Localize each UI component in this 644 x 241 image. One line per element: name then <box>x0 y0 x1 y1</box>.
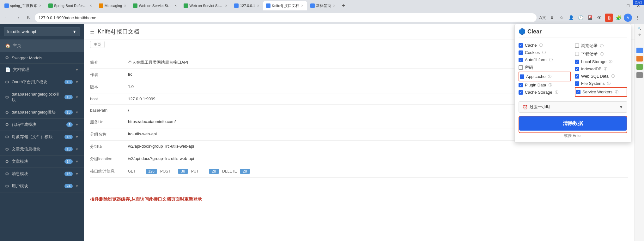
checkbox-cache[interactable]: ✓ <box>519 43 523 48</box>
right-panel-item3[interactable]: ← <box>636 39 643 44</box>
tab-knife4j[interactable]: Knife4j 接口文档 × <box>263 1 307 10</box>
sidebar-item-user[interactable]: ⚙ 用户模块 24 ▼ <box>0 180 84 192</box>
checkbox-cookies[interactable]: ✓ <box>519 50 523 55</box>
tab-spring[interactable]: spring_百度搜索 × <box>1 1 45 10</box>
sidebar-item-docs[interactable]: 📄 文档管理 ▼ <box>0 64 84 76</box>
sidebar-item-storage[interactable]: ⚙ 对象存储（文件）模块 18 ▼ <box>0 131 84 143</box>
checkbox-cachestorage[interactable]: ✓ <box>519 90 523 95</box>
eye-icon[interactable]: 👁 <box>595 14 604 22</box>
tab-label: 127.0.0.1 <box>240 4 255 8</box>
back-button[interactable]: ← <box>3 13 11 22</box>
sidebar-label-article: 文章模块 <box>12 159 62 164</box>
maximize-button[interactable]: □ <box>624 1 633 10</box>
download-icon[interactable]: ⬇ <box>548 14 556 22</box>
card-icon[interactable]: 🎴 <box>586 14 594 22</box>
clear-popup-title: 🔵 Clear <box>519 28 627 38</box>
tab-close-icon[interactable]: × <box>332 3 336 9</box>
info-label-apicounts: 接口统计信息 <box>90 168 128 174</box>
sidebar-item-swagger[interactable]: ⚙ Swagger Models <box>0 52 84 64</box>
tab-close-icon[interactable]: × <box>224 3 228 9</box>
dbloglock-icon: ⚙ <box>5 95 9 100</box>
translate-icon[interactable]: A文 <box>538 14 547 22</box>
right-panel-item1[interactable]: 🔍 <box>636 26 643 31</box>
sidebar-label-oauth: Oauth平台用户模块 <box>12 79 62 85</box>
serviceworkers-label: Service Workers <box>582 90 612 94</box>
minimize-button[interactable]: ─ <box>614 1 623 10</box>
checkbox-localstorage[interactable]: ✓ <box>575 60 579 64</box>
hamburger-icon[interactable]: ☰ <box>90 29 94 35</box>
checkbox-filesystems[interactable]: ✓ <box>575 81 579 86</box>
tab-close-icon[interactable]: × <box>39 3 42 9</box>
checkbox-websql[interactable]: ✓ <box>575 74 579 79</box>
tab-close-icon[interactable]: × <box>301 3 304 9</box>
tab-close-icon[interactable]: × <box>174 3 177 9</box>
article-meta-icon: ⚙ <box>5 147 9 152</box>
tab-springboot[interactable]: Spring Boot Reference D... × <box>45 1 96 10</box>
checkbox-plugindata[interactable]: ✓ <box>519 83 523 87</box>
api-group-select[interactable]: lrc-utils-web-api ▼ <box>4 27 80 36</box>
sidebar-item-article-meta[interactable]: ⚙ 文章元信息模块 13 ▼ <box>0 143 84 156</box>
sidebar-item-article[interactable]: ⚙ 文章模块 14 ▼ <box>0 156 84 168</box>
count-get: 126 <box>146 169 157 174</box>
sidebar-item-home[interactable]: 🏠 主页 <box>0 40 84 52</box>
tab-favicon <box>184 3 188 8</box>
checkbox-downloadhistory[interactable] <box>575 52 579 56</box>
clear-item-serviceworkers-wrapper: ✓ Service Workers ⓘ <box>575 87 627 97</box>
tab-close-icon[interactable]: × <box>123 3 127 9</box>
sidebar-label-message: 消息模块 <box>12 171 62 177</box>
indexeddb-info: ⓘ <box>604 67 607 71</box>
clear-item-appcache: ✓ App cache ⓘ <box>520 73 570 80</box>
time-select[interactable]: ⏰ 过去一小时 ▼ <box>519 101 627 113</box>
tab-newtab[interactable]: 新标签页 × <box>307 1 339 10</box>
sidebar-item-dbchange[interactable]: ⚙ databasechangelog模块 13 ▼ <box>0 106 84 119</box>
appcache-info: ⓘ <box>548 74 551 79</box>
checkbox-browsehistory[interactable] <box>575 44 579 48</box>
right-panel-item5[interactable] <box>636 56 643 62</box>
right-panel-item4[interactable] <box>636 48 643 53</box>
trash-icon[interactable]: 🗑 <box>605 14 613 22</box>
tab-close-icon[interactable]: × <box>256 3 260 9</box>
menu-dots-icon[interactable]: ⋮ <box>633 14 641 22</box>
clear-popup: 🔵 Clear ✓ Cache ⓘ ✓ Cookies ⓘ ✓ Autofill… <box>514 24 631 143</box>
tab-servlet1[interactable]: Web on Servlet Stack × <box>130 1 180 10</box>
websql-label: Web SQL Data <box>581 74 609 79</box>
clock-icon: ⏰ <box>523 105 528 109</box>
checkbox-password[interactable] <box>519 65 523 70</box>
tab-messaging[interactable]: Messaging × <box>96 1 130 10</box>
user-nav-icon: ⚙ <box>5 184 9 189</box>
user-icon[interactable]: 👤 <box>567 14 575 22</box>
checkbox-appcache[interactable]: ✓ <box>520 74 524 79</box>
info-label-host: host <box>90 97 128 101</box>
right-panel-item7[interactable] <box>636 72 643 78</box>
checkbox-indexeddb[interactable]: ✓ <box>575 67 579 71</box>
tab-servlet2[interactable]: Web on Servlet Stack × <box>180 1 231 10</box>
info-label-author: 作者 <box>90 72 128 78</box>
filesystems-label: File Systems <box>581 81 605 86</box>
info-label-grouplocation: 分组location <box>90 156 128 162</box>
refresh-button[interactable]: ↻ <box>24 13 33 22</box>
forward-button[interactable]: → <box>13 13 22 22</box>
checkbox-autofill[interactable]: ✓ <box>519 58 523 62</box>
puzzle-icon[interactable]: 🧩 <box>614 14 623 22</box>
chevron-right-icon7: ▼ <box>75 160 79 163</box>
star-icon[interactable]: ☆ <box>557 14 566 22</box>
new-tab-button[interactable]: + <box>339 1 348 10</box>
info-label-groupurl: 分组Url <box>90 144 128 150</box>
profile-icon[interactable]: A <box>624 14 632 22</box>
info-label-groupname: 分组名称 <box>90 132 128 137</box>
oauth-icon: ⚙ <box>5 79 9 85</box>
breadcrumb[interactable]: 主页 <box>90 41 105 48</box>
clear-data-button[interactable]: 清除数据 <box>519 116 627 131</box>
right-panel-item2[interactable]: 中 <box>636 32 643 38</box>
sidebar-item-message[interactable]: ⚙ 消息模块 16 ▼ <box>0 168 84 180</box>
sidebar-item-codegen[interactable]: ⚙ 代码生成模块 3 ▼ <box>0 119 84 131</box>
tab-localhost[interactable]: 127.0.0.1 × <box>231 1 263 10</box>
address-input[interactable] <box>35 13 537 22</box>
checkbox-serviceworkers[interactable]: ✓ <box>576 90 580 94</box>
right-panel-item6[interactable] <box>636 64 643 70</box>
sidebar-item-dbloglock[interactable]: ⚙ databasechangeloglock模块 13 ▼ <box>0 88 84 106</box>
history-icon[interactable]: 🕐 <box>576 14 585 22</box>
tab-close-icon[interactable]: × <box>89 3 93 9</box>
sidebar-item-oauth[interactable]: ⚙ Oauth平台用户模块 13 ▼ <box>0 76 84 88</box>
info-label-serviceurl: 服务Url <box>90 119 128 125</box>
